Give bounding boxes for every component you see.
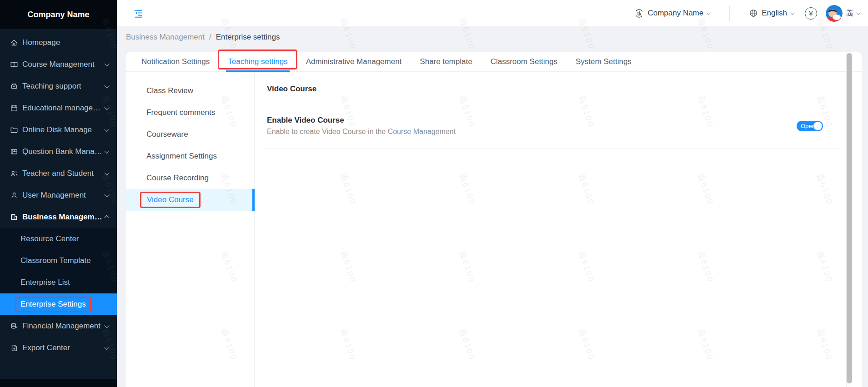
video-course-toggle[interactable]: Open [797, 121, 823, 131]
chevron-down-icon [790, 10, 795, 15]
username-label: 義 [846, 9, 853, 18]
home-icon [10, 39, 18, 47]
settings-side-menu: Class Review Frequent comments Coursewar… [126, 72, 255, 387]
settings-content: Video Course Enable Video Course Enable … [255, 72, 862, 387]
chevron-down-icon [104, 170, 109, 175]
card-body: Class Review Frequent comments Coursewar… [126, 72, 862, 387]
sidebar-item-educational-management[interactable]: Educational management [0, 97, 117, 119]
sidebar-subitem-classroom-template[interactable]: Classroom Template [0, 250, 117, 272]
sidebar: Company Name Homepage Course Management [0, 0, 117, 387]
page-title: Video Course [267, 84, 840, 94]
chevron-down-icon [104, 105, 109, 110]
company-switcher[interactable]: Company Name [634, 9, 710, 18]
sidebar-item-homepage[interactable]: Homepage [0, 32, 117, 54]
chevron-down-icon [104, 192, 109, 197]
sidebar-subitem-enterprise-list[interactable]: Enterprise List [0, 272, 117, 293]
currency-icon[interactable]: ¥ [805, 7, 817, 20]
tab-share-template[interactable]: Share template [420, 52, 472, 71]
business-management-submenu: Resource Center Classroom Template Enter… [0, 228, 117, 315]
sidebar-item-user-management[interactable]: User Management [0, 184, 117, 206]
chevron-down-icon [707, 10, 711, 15]
tab-system-settings[interactable]: System Settings [576, 52, 632, 71]
company-name-label: Company Name [647, 9, 703, 18]
sidebar-item-course-management[interactable]: Course Management [0, 54, 117, 75]
teaching-support-icon [10, 82, 18, 90]
breadcrumb-item-current: Enterprise settings [216, 33, 280, 41]
breadcrumb: Business Management/Enterprise settings [126, 33, 280, 42]
people-icon [10, 169, 18, 178]
enterprise-icon [634, 9, 644, 18]
breadcrumb-separator: / [209, 33, 211, 41]
question-bank-icon [10, 148, 18, 156]
top-header: Company Name English ¥ 義 [117, 0, 868, 26]
divider [263, 149, 840, 149]
settings-card: Notification Settings Teaching settings … [126, 52, 862, 387]
chevron-down-icon [104, 149, 109, 154]
finance-icon [10, 322, 18, 330]
chevron-down-icon [104, 323, 109, 328]
building-icon [10, 213, 18, 221]
enable-video-course-row: Enable Video Course Enable to create Vid… [267, 116, 840, 136]
company-logo: Company Name [0, 0, 117, 29]
menu-item-assignment-settings[interactable]: Assignment Settings [126, 145, 254, 167]
menu-item-class-review[interactable]: Class Review [126, 80, 254, 102]
tab-administrative-management[interactable]: Administrative Management [306, 52, 402, 71]
toggle-knob [813, 122, 822, 130]
chevron-down-icon [104, 83, 109, 88]
row-text: Enable Video Course Enable to create Vid… [267, 116, 456, 136]
user-icon [10, 191, 18, 199]
calendar-icon [10, 104, 18, 112]
tab-classroom-settings[interactable]: Classroom Settings [491, 52, 557, 71]
sidebar-item-question-bank[interactable]: Question Bank Managem... [0, 141, 117, 163]
app-root: Company Name Homepage Course Management [0, 0, 868, 387]
sidebar-subitem-enterprise-settings[interactable]: Enterprise Settings [0, 293, 117, 315]
chevron-down-icon [104, 345, 109, 350]
annotation-red-box: Video Course [140, 192, 201, 208]
menu-item-course-recording[interactable]: Course Recording [126, 167, 254, 189]
tab-teaching-settings[interactable]: Teaching settings [228, 52, 287, 71]
tab-notification-settings[interactable]: Notification Settings [141, 52, 210, 71]
folder-icon [10, 126, 18, 134]
sidebar-item-teacher-and-student[interactable]: Teacher and Student [0, 163, 117, 184]
setting-label: Enable Video Course [267, 116, 456, 125]
menu-item-video-course[interactable]: Video Course [126, 189, 255, 211]
sidebar-item-export-center[interactable]: Export Center [0, 337, 117, 359]
breadcrumb-item[interactable]: Business Management [126, 33, 205, 41]
scrollbar-thumb[interactable] [847, 53, 852, 383]
sidebar-item-online-disk-manage[interactable]: Online Disk Manage [0, 119, 117, 141]
sidebar-item-business-management[interactable]: Business Management [0, 206, 117, 228]
menu-item-frequent-comments[interactable]: Frequent comments [126, 102, 254, 124]
annotation-red-box: Enterprise Settings [15, 297, 91, 312]
header-right: Company Name English ¥ 義 [634, 5, 860, 22]
sidebar-subitem-resource-center[interactable]: Resource Center [0, 228, 117, 250]
sidebar-item-financial-management[interactable]: Financial Management [0, 315, 117, 337]
sidebar-menu: Homepage Course Management Teaching supp… [0, 29, 117, 359]
export-icon [10, 344, 18, 352]
sidebar-collapse-bar[interactable] [0, 379, 117, 387]
chevron-up-icon [104, 215, 109, 220]
sidebar-item-teaching-support[interactable]: Teaching support [0, 75, 117, 97]
globe-icon [749, 9, 758, 18]
language-switcher[interactable]: English [749, 9, 794, 18]
header-divider [729, 5, 730, 21]
menu-item-courseware[interactable]: Courseware [126, 124, 254, 145]
book-icon [10, 60, 18, 69]
chevron-down-icon [104, 61, 109, 66]
language-label: English [762, 9, 787, 18]
setting-description: Enable to create Video Course in the Cou… [267, 128, 456, 136]
chevron-down-icon [104, 127, 109, 132]
chevron-down-icon[interactable] [856, 10, 861, 15]
avatar[interactable] [826, 5, 843, 22]
settings-tabs: Notification Settings Teaching settings … [126, 52, 862, 72]
menu-fold-icon[interactable] [134, 9, 143, 18]
